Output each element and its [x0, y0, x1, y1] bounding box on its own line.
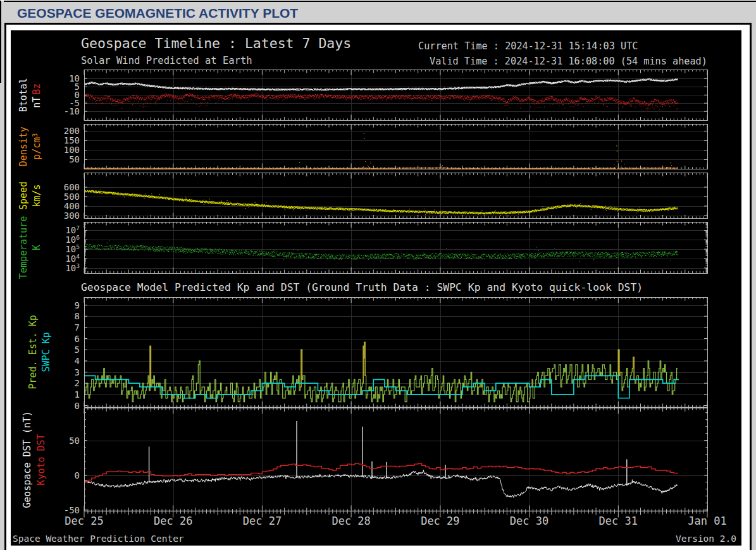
- kp-dst-title: Geospace Model Predicted Kp and DST (Gro…: [81, 281, 643, 293]
- chart-subtitle: Solar Wind Predicted at Earth: [81, 55, 252, 66]
- ytick-kp-2: 2: [75, 378, 80, 388]
- ytick-kp-8: 8: [75, 311, 80, 321]
- ytick-kp-6: 6: [75, 334, 80, 344]
- ytick-density-150: 150: [64, 135, 80, 145]
- chart-title: Geospace Timeline : Latest 7 Days: [81, 35, 351, 51]
- ytick-kp-0: 0: [75, 401, 80, 411]
- ytick-speed-600: 600: [64, 182, 80, 192]
- xtick-label-dec-29: Dec 29: [421, 515, 459, 527]
- ytick-density-100: 100: [64, 145, 80, 155]
- axis-label-magnetic-field-2: Bz: [31, 83, 42, 95]
- xtick-label-jan-01: Jan 01: [688, 515, 726, 527]
- ytick-density-200: 200: [64, 126, 80, 136]
- axis-label-density-2: p/cm3: [31, 133, 42, 160]
- ytick-density-50: 50: [69, 154, 80, 164]
- ytick-kp-5: 5: [75, 345, 80, 355]
- xtick-label-dec-31: Dec 31: [599, 515, 638, 527]
- ytick-dst-0: 0: [75, 470, 80, 480]
- xtick-label-dec-27: Dec 27: [243, 515, 282, 527]
- ytick-dst-50: 50: [69, 436, 80, 446]
- axis-label-kp-2: SWPC Kp: [40, 332, 52, 372]
- panel-density: [84, 124, 707, 169]
- ytick-kp-3: 3: [75, 367, 80, 377]
- series-btotal: [84, 79, 678, 90]
- axis-label-dst-1: Geospace DST (nT): [22, 411, 33, 508]
- footer-right: Version 2.0: [676, 534, 736, 544]
- ytick-kp-4: 4: [75, 356, 80, 366]
- ytick-magnetic-field--10: -10: [64, 106, 80, 116]
- axis-label-dst-2: Kyoto DST: [35, 434, 47, 485]
- ytick-speed-300: 300: [64, 211, 80, 221]
- axis-label-magnetic-field-1: Btotal: [18, 78, 29, 112]
- ytick-dst--50: -50: [64, 505, 80, 515]
- current-time: Current Time : 2024-12-31 15:14:03 UTC: [418, 40, 638, 52]
- panel-dst: [84, 408, 707, 511]
- page-title: GEOSPACE GEOMAGNETIC ACTIVITY PLOT: [17, 6, 298, 21]
- window-left-border: [0, 1, 1, 83]
- plot-box: 1050-5-10BtotalBznT20015010050Densityp/c…: [4, 23, 752, 550]
- series-bz: [84, 94, 678, 111]
- valid-time: Valid Time : 2024-12-31 16:08:00 (54 min…: [430, 56, 707, 67]
- footer-left: Space Weather Prediction Center: [13, 534, 184, 544]
- series-speed: [84, 190, 678, 216]
- axis-label-speed-2: km/s: [31, 184, 42, 207]
- axis-label-speed-1: Speed: [18, 181, 29, 210]
- series-geospace-dst: [84, 470, 678, 498]
- plot-area: 1050-5-10BtotalBznT20015010050Densityp/c…: [11, 30, 741, 546]
- panel-speed: [84, 173, 707, 219]
- geospace-timeline-chart: 1050-5-10BtotalBznT20015010050Densityp/c…: [11, 30, 741, 546]
- axis-label-magnetic-field-3: nT: [31, 97, 42, 108]
- page: { "header": { "title": "GEOSPACE GEOMAGN…: [0, 0, 756, 550]
- page-header: GEOSPACE GEOMAGNETIC ACTIVITY PLOT: [4, 2, 752, 21]
- panel-temperature: [84, 222, 707, 273]
- axis-label-temperature-1: Temperature: [18, 216, 29, 279]
- panel-magnetic-field: [84, 70, 707, 121]
- xtick-label-dec-28: Dec 28: [332, 515, 370, 527]
- ytick-kp-9: 9: [75, 300, 80, 310]
- xtick-label-dec-30: Dec 30: [510, 515, 548, 527]
- ytick-speed-500: 500: [64, 192, 80, 202]
- axis-label-temperature-2: K: [31, 245, 42, 250]
- xtick-label-dec-26: Dec 26: [154, 515, 192, 527]
- axis-label-density-1: Density: [18, 126, 29, 166]
- series-pred-est-kp: [84, 342, 678, 401]
- panel-kp: [84, 297, 707, 407]
- axis-label-kp-1: Pred. Est. Kp: [27, 315, 39, 389]
- ytick-kp-7: 7: [75, 322, 80, 333]
- xtick-label-dec-25: Dec 25: [65, 515, 103, 527]
- series-kyoto-dst: [84, 463, 678, 482]
- ytick-kp-1: 1: [75, 389, 80, 400]
- ytick-speed-400: 400: [64, 201, 80, 211]
- ytick-temperature-1e3: 103: [65, 262, 80, 273]
